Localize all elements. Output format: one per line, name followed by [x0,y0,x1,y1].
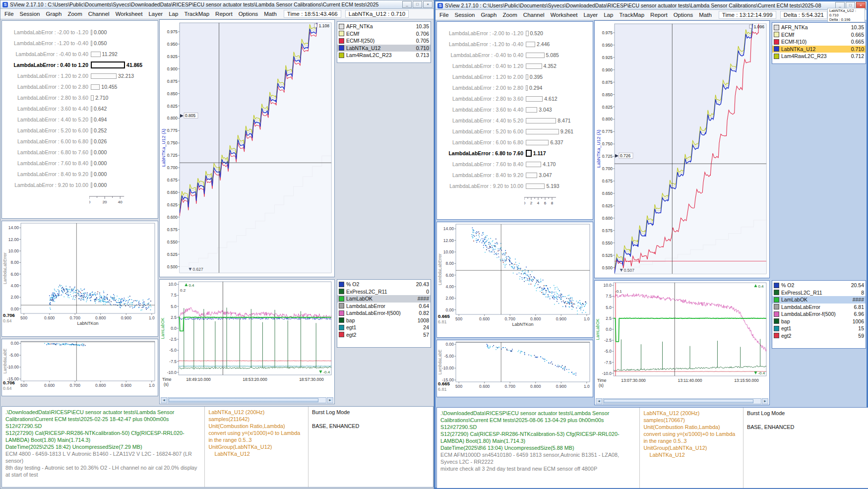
close-button[interactable]: × [423,1,433,8]
histogram-row[interactable]: LambdaLabError : -1.20 to -0.402.446 [437,39,593,50]
legend-row[interactable]: LabNTKa_U120.710 [772,46,866,53]
histogram-row[interactable]: LambdaLabError : 5.20 to 6.000.252 [2,125,158,136]
menu-item-worksheet[interactable]: Worksheet [113,10,146,18]
legend-row[interactable]: egt124 [337,324,431,331]
legend-row[interactable]: ECMf-f(10)0.665 [772,38,866,46]
menu-item-graph[interactable]: Graph [478,11,499,19]
legend-row[interactable]: ExPressL2C_R110 [337,288,431,296]
menu-item-session[interactable]: Session [452,11,478,19]
menu-item-math[interactable]: Math [696,11,715,19]
legend-row[interactable]: egt257 [337,331,431,339]
menu-item-options[interactable]: Options [236,10,261,18]
histogram-row[interactable]: LambdaLabError : 4.40 to 5.208.471 [437,115,593,126]
legend-row[interactable]: LambdaLabError-f(500)6.96 [772,310,866,318]
scatter-error-svg[interactable]: 14.0012.0010.008.006.004.002.000.005000.… [437,222,593,337]
menu-item-lap[interactable]: Lap [601,11,616,19]
histogram-row[interactable]: LambdaLabError : 6.00 to 6.806.337 [437,137,593,148]
scatter-error-neg-svg[interactable]: 0.00-5.00-10.00-15.005000.6000.7000.8000… [2,339,158,396]
menu-item-graph[interactable]: Graph [43,10,64,18]
menu-item-report[interactable]: Report [212,10,236,18]
legend-row[interactable]: ECMf0.665 [772,31,866,39]
histogram-row[interactable]: LambdaLabError : 2.80 to 3.604.612 [437,93,593,104]
menu-item-session[interactable]: Session [17,10,43,18]
histogram-row[interactable]: LambdaLabError : 1.20 to 2.000.395 [437,71,593,82]
minimize-button[interactable]: _ [402,1,412,8]
histogram-row[interactable]: LambdaLabError : 6.80 to 7.601.117 [437,148,593,159]
main-chart-panel[interactable]: 0.9750.9500.9250.9000.8750.8500.8250.800… [594,20,770,278]
legend-row[interactable]: LambdaLabError-f(500)0.82 [337,309,431,317]
menu-item-report[interactable]: Report [647,11,671,19]
menu-item-zoom[interactable]: Zoom [499,11,520,19]
menu-item-math[interactable]: Math [261,10,280,18]
scatter-panel-error[interactable]: 14.0012.0010.008.006.004.002.000.005000.… [1,221,158,337]
scatter-error-svg[interactable]: 14.0012.0010.008.006.004.002.000.005000.… [2,221,158,336]
time-chart-svg[interactable]: 10.07.55.02.50.0-2.5-5.0-7.5-10.018:49:1… [160,280,334,397]
legend-row[interactable]: bap1008 [337,317,431,324]
main-chart-svg[interactable]: 0.9750.9500.9250.9000.8750.8500.8250.800… [595,21,769,278]
menu-item-trackmap[interactable]: TrackMap [181,10,212,18]
histogram-row[interactable]: LambdaLabError : 6.00 to 6.800.026 [2,136,158,147]
histogram-row[interactable]: LambdaLabError : 8.40 to 9.200.000 [2,169,158,180]
scatter-panel-error-neg[interactable]: 0.00-5.00-10.00-15.005000.6000.7000.8000… [436,340,593,397]
scroll-thumb[interactable] [169,398,318,402]
time-chart-panel[interactable]: 10.07.55.02.50.0-2.5-5.0-7.5-10.013:07:3… [594,280,770,405]
legend-row[interactable]: ECMf0.706 [337,30,431,38]
histogram-row[interactable]: LambdaLabError : 3.60 to 4.403.043 [437,104,593,115]
legend-row[interactable]: Lam4RawL2C_R230.712 [772,53,866,60]
scroll-track[interactable] [603,398,761,404]
menu-item-zoom[interactable]: Zoom [64,10,85,18]
scroll-left-icon[interactable]: ◄ [596,398,602,404]
legend-row[interactable]: LambdaLabError6.81 [772,304,866,311]
legend-row[interactable]: bap1006 [772,318,866,325]
histogram-row[interactable]: LambdaLabError : 4.40 to 5.200.494 [2,114,158,125]
legend-row[interactable]: AFR_NTKa10.35 [337,23,431,30]
histogram-row[interactable]: LambdaLabError : -2.00 to -1.200.520 [437,28,593,39]
histogram-row[interactable]: LambdaLabError : -0.40 to 0.4011.292 [2,49,158,60]
histogram-row[interactable]: LambdaLabError : 2.00 to 2.8010.455 [2,81,158,92]
legend-row[interactable]: egt259 [772,332,866,340]
legend-row[interactable]: LambdaLabError0.64 [337,303,431,310]
histogram-row[interactable]: LambdaLabError : 2.80 to 3.602.710 [2,92,158,103]
legend-row[interactable]: LamLabOK#### [772,296,866,304]
legend-row[interactable]: % O220.54 [772,282,866,289]
histogram-row[interactable]: LambdaLabError : 5.20 to 6.009.261 [437,126,593,137]
histogram-row[interactable]: LambdaLabError : 7.60 to 8.400.000 [2,158,158,169]
legend-row[interactable]: ExPressL2C_R118 [772,289,866,297]
scatter-error-neg-svg[interactable]: 0.00-5.00-10.00-15.005000.6000.7000.8000… [437,340,593,397]
legend-row[interactable]: ECMf-f(250)0.705 [337,37,431,45]
menu-item-file[interactable]: File [436,11,452,19]
scatter-panel-error[interactable]: 14.0012.0010.008.006.004.002.000.005000.… [436,222,593,338]
histogram-row[interactable]: LambdaLabError : 7.60 to 8.404.170 [437,159,593,170]
histogram-row[interactable]: LambdaLabError : -2.00 to -1.200.000 [2,27,158,38]
scroll-thumb[interactable] [604,399,753,403]
menu-item-channel[interactable]: Channel [520,11,548,19]
menu-item-file[interactable]: File [1,10,17,18]
menu-item-layer[interactable]: Layer [145,10,166,18]
scroll-left-icon[interactable]: ◄ [161,397,167,403]
legend-row[interactable]: LabNTKa_U120.710 [337,45,431,52]
menu-item-options[interactable]: Options [671,11,696,19]
histogram-row[interactable]: LambdaLabError : 8.40 to 9.203.047 [437,170,593,181]
time-chart-svg[interactable]: 10.07.55.02.50.0-2.5-5.0-7.5-10.013:07:3… [595,281,769,398]
scroll-right-icon[interactable]: ► [327,397,333,403]
histogram-row[interactable]: LambdaLabError : 1.20 to 2.0032.213 [2,70,158,81]
legend-row[interactable]: % O220.43 [337,281,431,288]
maximize-button[interactable]: □ [413,1,422,8]
histogram-row[interactable]: LambdaLabError : 2.00 to 2.800.294 [437,82,593,93]
histogram-row[interactable]: LambdaLabError : 9.20 to 10.005.193 [437,181,593,191]
menu-item-worksheet[interactable]: Worksheet [548,11,581,19]
time-scrollbar[interactable]: ◄ ► [596,398,768,404]
main-chart-panel[interactable]: 0.9750.9500.9250.9000.8750.8500.8250.800… [159,19,335,277]
time-chart-panel[interactable]: 10.07.55.02.50.0-2.5-5.0-7.5-10.018:49:1… [159,279,335,404]
menu-item-lap[interactable]: Lap [166,10,181,18]
legend-row[interactable]: Lam4RawL2C_R230.713 [337,52,431,59]
histogram-row[interactable]: LambdaLabError : -0.40 to 0.405.085 [437,50,593,61]
histogram-row[interactable]: LambdaLabError : 6.80 to 7.600.000 [2,147,158,158]
window-titlebar[interactable]: S SView 2.17.10 : C:\Users\Public\Docume… [0,0,434,9]
window-titlebar[interactable]: S SView 2.17.10 : C:\Users\Public\Docume… [435,1,867,10]
scroll-track[interactable] [168,397,326,403]
scroll-right-icon[interactable]: ► [762,398,768,404]
menu-item-channel[interactable]: Channel [85,10,113,18]
menu-item-trackmap[interactable]: TrackMap [616,11,647,19]
time-scrollbar[interactable]: ◄ ► [161,397,333,403]
